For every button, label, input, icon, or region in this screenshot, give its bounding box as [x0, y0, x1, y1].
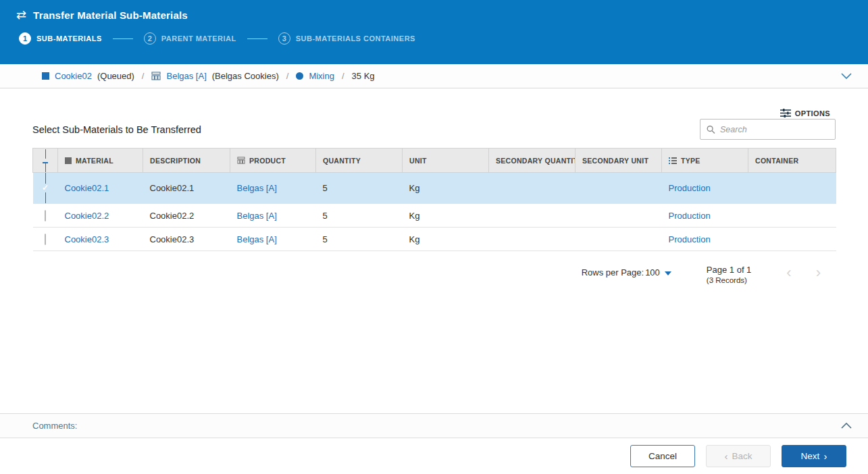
material-link[interactable]: Cookie02.2 [65, 211, 109, 221]
type-link[interactable]: Production [669, 183, 711, 193]
section-heading: Select Sub-Materials to Be Transferred [32, 124, 201, 140]
transfer-icon: ⇄ [16, 9, 26, 21]
row-checkbox[interactable] [45, 234, 46, 245]
table-row: Cookie02.2 Cookie02.2 Belgas [A] 5 Kg Pr… [33, 204, 836, 228]
row-checkbox[interactable] [45, 210, 46, 221]
col-header-product[interactable]: PRODUCT [230, 149, 316, 173]
breadcrumb-operation-link[interactable]: Mixing [309, 71, 334, 81]
product-link[interactable]: Belgas [A] [237, 211, 277, 221]
wizard-stepper: 1 SUB-MATERIALS 2 PARENT MATERIAL 3 SUB-… [16, 32, 852, 45]
col-header-secondary-unit[interactable]: SECONDARY UNIT [576, 149, 662, 173]
page-indicator: Page 1 of 1 [707, 265, 752, 275]
comments-bar: Comments: [0, 413, 868, 438]
table-row: Cookie02.3 Cookie02.3 Belgas [A] 5 Kg Pr… [33, 228, 836, 251]
select-all-header [33, 149, 58, 173]
rows-per-page-dropdown[interactable]: Rows per Page:100 [582, 265, 671, 278]
step-1-circle: 1 [19, 32, 31, 45]
options-icon [780, 109, 792, 117]
cell-secondary-quantity [489, 204, 576, 228]
breadcrumb-material-link[interactable]: Cookie02 [55, 71, 92, 81]
breadcrumb: Cookie02 (Queued) / Belgas [A] (Belgas C… [0, 64, 868, 88]
records-count: (3 Records) [707, 276, 752, 284]
back-button[interactable]: ‹ Back [706, 445, 771, 467]
breadcrumb-quantity: 35 Kg [352, 71, 375, 81]
cell-secondary-quantity [489, 173, 576, 204]
material-icon [42, 72, 49, 80]
cell-container [748, 173, 836, 204]
cell-unit: Kg [403, 228, 489, 251]
next-button[interactable]: Next › [782, 445, 846, 467]
step-connector [113, 38, 133, 39]
step-2-circle: 2 [144, 32, 156, 45]
pagination: Rows per Page:100 Page 1 of 1 (3 Records… [32, 265, 836, 284]
step-connector [247, 38, 267, 39]
material-link[interactable]: Cookie02.1 [65, 183, 109, 193]
chevron-right-icon: › [823, 451, 827, 461]
material-column-icon [65, 157, 72, 164]
cell-quantity: 5 [316, 173, 403, 204]
table-row: Cookie02.1 Cookie02.1 Belgas [A] 5 Kg Pr… [33, 173, 836, 204]
breadcrumb-product-link[interactable]: Belgas [A] [166, 71, 206, 81]
app-header: ⇄ Transfer Material Sub-Materials 1 SUB-… [0, 0, 868, 64]
next-page-button[interactable]: › [816, 266, 821, 280]
col-header-type[interactable]: TYPE [662, 149, 748, 173]
footer-actions: Cancel ‹ Back Next › [0, 438, 868, 474]
transfer-material-dialog: ⇄ Transfer Material Sub-Materials 1 SUB-… [0, 0, 868, 474]
material-link[interactable]: Cookie02.3 [65, 234, 109, 244]
search-box [700, 119, 836, 140]
product-column-icon [237, 157, 245, 164]
col-header-quantity[interactable]: QUANTITY [316, 149, 403, 173]
material-status: (Queued) [97, 71, 134, 81]
col-header-secondary-quantity[interactable]: SECONDARY QUANTITY [489, 149, 576, 173]
cell-description: Cookie02.1 [143, 173, 230, 204]
comments-expand-button[interactable] [841, 423, 852, 429]
dropdown-caret-icon [665, 271, 671, 275]
cell-container [748, 228, 836, 251]
options-button[interactable]: OPTIONS [780, 109, 830, 117]
row-checkbox[interactable] [40, 173, 51, 204]
cancel-button[interactable]: Cancel [630, 445, 695, 467]
breadcrumb-expand-button[interactable] [841, 73, 852, 79]
previous-page-button[interactable]: ‹ [786, 266, 791, 280]
table-header-row: MATERIAL DESCRIPTION PRODUCT [33, 149, 836, 173]
main-content: OPTIONS Select Sub-Materials to Be Trans… [0, 88, 868, 413]
chevron-up-icon [841, 423, 852, 429]
select-all-checkbox[interactable] [40, 149, 51, 172]
search-input[interactable] [720, 125, 829, 134]
product-link[interactable]: Belgas [A] [237, 183, 277, 193]
cell-quantity: 5 [316, 228, 403, 251]
chevron-down-icon [841, 73, 852, 79]
chevron-left-icon: ‹ [724, 451, 727, 461]
col-header-container[interactable]: CONTAINER [748, 149, 836, 173]
page-info: Page 1 of 1 (3 Records) [707, 265, 752, 284]
product-description: (Belgas Cookies) [212, 71, 279, 81]
breadcrumb-separator: / [340, 71, 347, 81]
cell-unit: Kg [403, 173, 489, 204]
step-sub-materials[interactable]: 1 SUB-MATERIALS [19, 32, 102, 45]
cell-secondary-unit [576, 228, 662, 251]
sub-materials-table: MATERIAL DESCRIPTION PRODUCT [32, 148, 836, 251]
cell-description: Cookie02.3 [143, 228, 230, 251]
type-link[interactable]: Production [669, 234, 711, 244]
cell-secondary-quantity [489, 228, 576, 251]
operation-icon [296, 72, 303, 80]
product-icon [151, 72, 161, 80]
page-title: Transfer Material Sub-Materials [33, 9, 188, 21]
cell-secondary-unit [576, 204, 662, 228]
breadcrumb-separator: / [140, 71, 147, 81]
step-parent-material[interactable]: 2 PARENT MATERIAL [144, 32, 236, 45]
col-header-material[interactable]: MATERIAL [58, 149, 143, 173]
col-header-unit[interactable]: UNIT [403, 149, 489, 173]
cell-unit: Kg [403, 204, 489, 228]
col-header-description[interactable]: DESCRIPTION [143, 149, 230, 173]
comments-label: Comments: [32, 421, 77, 431]
cell-quantity: 5 [316, 204, 403, 228]
step-3-circle: 3 [278, 32, 290, 45]
cell-container [748, 204, 836, 228]
product-link[interactable]: Belgas [A] [237, 234, 277, 244]
search-icon [707, 125, 715, 134]
type-link[interactable]: Production [669, 211, 711, 221]
breadcrumb-separator: / [284, 71, 291, 81]
cell-description: Cookie02.2 [143, 204, 230, 228]
step-sub-materials-containers[interactable]: 3 SUB-MATERIALS CONTAINERS [278, 32, 415, 45]
